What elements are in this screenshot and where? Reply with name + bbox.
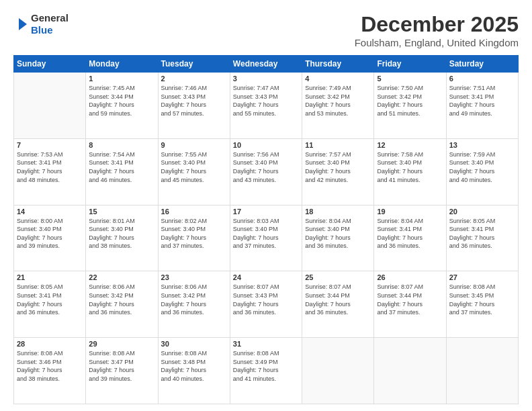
day-info-line: Sunrise: 8:08 AM <box>17 350 63 357</box>
col-monday: Monday <box>86 56 158 73</box>
day-info-line: Sunrise: 8:04 AM <box>305 218 351 224</box>
day-number: 3 <box>233 75 299 83</box>
day-info-line: Sunrise: 8:03 AM <box>233 218 279 224</box>
day-number: 16 <box>161 208 227 216</box>
day-info-line: and 37 minutes. <box>233 242 276 249</box>
day-info-line: Sunrise: 8:08 AM <box>89 350 135 357</box>
col-thursday: Thursday <box>302 56 374 73</box>
day-info-line: Daylight: 7 hours <box>305 168 351 175</box>
day-info: Sunrise: 7:54 AMSunset: 3:41 PMDaylight:… <box>89 150 154 184</box>
day-info-line: and 41 minutes. <box>377 177 420 183</box>
day-info: Sunrise: 7:59 AMSunset: 3:40 PMDaylight:… <box>449 150 515 184</box>
day-info-line: Sunset: 3:40 PM <box>233 226 278 232</box>
day-info-line: and 36 minutes. <box>161 309 204 316</box>
day-number: 13 <box>449 141 515 149</box>
day-info-line: Sunset: 3:40 PM <box>161 159 206 166</box>
table-row: 15Sunrise: 8:01 AMSunset: 3:40 PMDayligh… <box>86 205 158 271</box>
day-info-line: Sunset: 3:40 PM <box>377 159 422 166</box>
page: General Blue December 2025 Foulsham, Eng… <box>0 0 532 411</box>
day-number: 8 <box>89 141 154 149</box>
day-info-line: Sunrise: 8:02 AM <box>161 218 208 224</box>
day-info-line: Sunset: 3:42 PM <box>89 292 134 299</box>
day-info-line: Sunset: 3:40 PM <box>89 226 134 232</box>
day-info: Sunrise: 7:55 AMSunset: 3:40 PMDaylight:… <box>161 150 227 184</box>
day-number: 22 <box>89 273 154 281</box>
day-info: Sunrise: 8:03 AMSunset: 3:40 PMDaylight:… <box>233 217 299 250</box>
day-number: 19 <box>377 208 443 216</box>
day-info-line: Daylight: 7 hours <box>17 168 62 175</box>
day-info-line: Daylight: 7 hours <box>89 234 134 241</box>
day-info: Sunrise: 8:07 AMSunset: 3:44 PMDaylight:… <box>377 283 443 316</box>
day-info: Sunrise: 8:08 AMSunset: 3:49 PMDaylight:… <box>233 349 299 383</box>
table-row: 6Sunrise: 7:51 AMSunset: 3:41 PMDaylight… <box>446 73 518 139</box>
day-info: Sunrise: 8:06 AMSunset: 3:42 PMDaylight:… <box>89 283 154 316</box>
day-info-line: Sunset: 3:43 PM <box>233 93 278 100</box>
day-info: Sunrise: 8:01 AMSunset: 3:40 PMDaylight:… <box>89 217 154 250</box>
table-row: 28Sunrise: 8:08 AMSunset: 3:46 PMDayligh… <box>14 338 86 404</box>
day-info-line: and 51 minutes. <box>377 110 420 117</box>
day-number: 30 <box>161 340 227 348</box>
table-row: 20Sunrise: 8:05 AMSunset: 3:41 PMDayligh… <box>446 205 518 271</box>
day-info-line: and 57 minutes. <box>161 110 204 117</box>
calendar-table: Sunday Monday Tuesday Wednesday Thursday… <box>13 55 519 404</box>
day-info: Sunrise: 8:07 AMSunset: 3:44 PMDaylight:… <box>305 283 371 316</box>
day-info-line: Sunrise: 8:08 AM <box>449 283 496 290</box>
day-info-line: Sunset: 3:41 PM <box>17 292 62 299</box>
day-info: Sunrise: 7:51 AMSunset: 3:41 PMDaylight:… <box>449 84 515 118</box>
day-info-line: and 39 minutes. <box>17 242 60 249</box>
table-row: 2Sunrise: 7:46 AMSunset: 3:43 PMDaylight… <box>158 73 230 139</box>
day-info: Sunrise: 7:53 AMSunset: 3:41 PMDaylight:… <box>17 150 83 184</box>
day-info-line: Sunrise: 7:45 AM <box>89 85 135 91</box>
day-info-line: Sunrise: 7:46 AM <box>161 85 208 91</box>
day-info-line: Daylight: 7 hours <box>305 101 351 108</box>
day-info-line: Daylight: 7 hours <box>305 301 351 308</box>
table-row: 27Sunrise: 8:08 AMSunset: 3:45 PMDayligh… <box>446 271 518 338</box>
day-info-line: Daylight: 7 hours <box>89 301 134 308</box>
day-info-line: Sunrise: 8:04 AM <box>377 218 423 224</box>
table-row: 10Sunrise: 7:56 AMSunset: 3:40 PMDayligh… <box>230 138 302 205</box>
logo-line1: General <box>31 12 69 24</box>
day-info-line: Sunset: 3:43 PM <box>161 93 206 100</box>
day-number: 17 <box>233 208 299 216</box>
day-info-line: and 36 minutes. <box>305 242 348 249</box>
day-info-line: and 41 minutes. <box>233 375 276 382</box>
table-row: 30Sunrise: 8:08 AMSunset: 3:48 PMDayligh… <box>158 338 230 404</box>
table-row <box>374 338 446 404</box>
table-row: 24Sunrise: 8:07 AMSunset: 3:43 PMDayligh… <box>230 271 302 338</box>
day-info-line: and 37 minutes. <box>449 309 492 316</box>
day-info: Sunrise: 8:08 AMSunset: 3:47 PMDaylight:… <box>89 349 154 383</box>
day-info-line: Sunrise: 8:07 AM <box>233 283 279 290</box>
day-number: 10 <box>233 141 299 149</box>
day-number: 6 <box>449 75 515 83</box>
calendar-week-row: 28Sunrise: 8:08 AMSunset: 3:46 PMDayligh… <box>14 338 519 404</box>
day-info-line: Sunset: 3:40 PM <box>305 159 350 166</box>
day-info: Sunrise: 8:02 AMSunset: 3:40 PMDaylight:… <box>161 217 227 250</box>
day-info-line: Daylight: 7 hours <box>161 234 207 241</box>
calendar-week-row: 7Sunrise: 7:53 AMSunset: 3:41 PMDaylight… <box>14 138 519 205</box>
day-number: 4 <box>305 75 371 83</box>
calendar-week-row: 14Sunrise: 8:00 AMSunset: 3:40 PMDayligh… <box>14 205 519 271</box>
day-info-line: and 36 minutes. <box>305 309 348 316</box>
day-number: 5 <box>377 75 443 83</box>
table-row: 31Sunrise: 8:08 AMSunset: 3:49 PMDayligh… <box>230 338 302 404</box>
day-info-line: Daylight: 7 hours <box>449 101 495 108</box>
day-info-line: and 55 minutes. <box>233 110 276 117</box>
day-info-line: Sunrise: 8:06 AM <box>89 283 135 290</box>
table-row: 7Sunrise: 7:53 AMSunset: 3:41 PMDaylight… <box>14 138 86 205</box>
day-info-line: Daylight: 7 hours <box>89 367 134 373</box>
day-number: 2 <box>161 75 227 83</box>
day-number: 11 <box>305 141 371 149</box>
table-row: 11Sunrise: 7:57 AMSunset: 3:40 PMDayligh… <box>302 138 374 205</box>
col-wednesday: Wednesday <box>230 56 302 73</box>
table-row: 14Sunrise: 8:00 AMSunset: 3:40 PMDayligh… <box>14 205 86 271</box>
day-info-line: Sunrise: 7:59 AM <box>449 151 496 158</box>
day-number: 20 <box>449 208 515 216</box>
table-row: 29Sunrise: 8:08 AMSunset: 3:47 PMDayligh… <box>86 338 158 404</box>
day-info-line: Sunrise: 8:07 AM <box>377 283 423 290</box>
day-info-line: Sunset: 3:43 PM <box>233 292 278 299</box>
col-sunday: Sunday <box>14 56 86 73</box>
day-info-line: and 42 minutes. <box>305 177 348 183</box>
header: General Blue December 2025 Foulsham, Eng… <box>13 12 519 48</box>
logo-arrow-icon <box>13 17 28 32</box>
day-info: Sunrise: 8:05 AMSunset: 3:41 PMDaylight:… <box>17 283 83 316</box>
